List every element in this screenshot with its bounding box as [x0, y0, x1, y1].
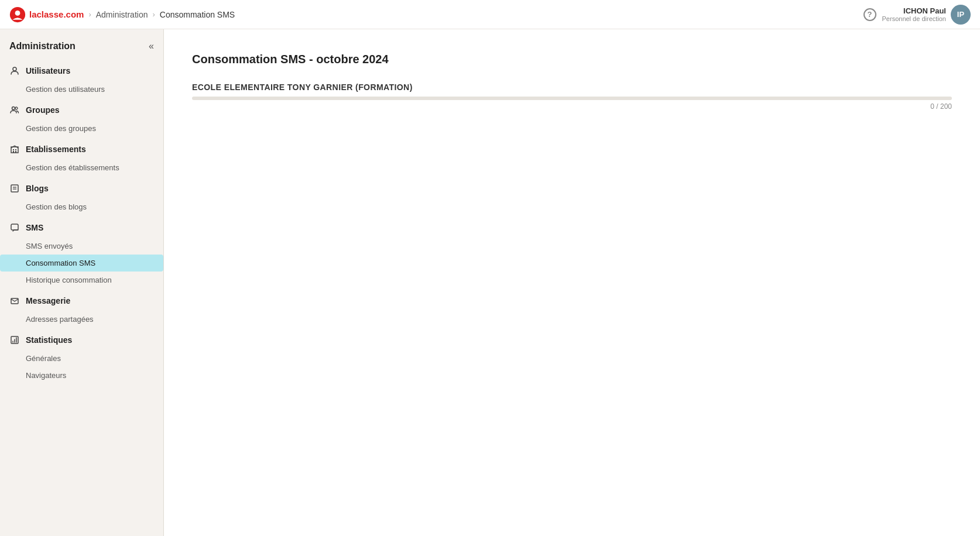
sidebar-section-sms: SMS SMS envoyés Consommation SMS Histori… [0, 218, 163, 288]
breadcrumb-sep-1: › [88, 10, 91, 19]
svg-rect-9 [15, 151, 16, 153]
sidebar-section-header-statistiques[interactable]: Statistiques [0, 330, 163, 350]
group-icon [9, 105, 20, 115]
topnav: laclasse.com › Administration › Consomma… [0, 0, 980, 29]
logo[interactable]: laclasse.com [9, 6, 84, 23]
sidebar-item-gestion-utilisateurs[interactable]: Gestion des utilisateurs [0, 81, 163, 98]
progress-bar-container [192, 97, 952, 100]
sms-label: SMS [26, 223, 43, 232]
sidebar-item-navigateurs[interactable]: Navigateurs [0, 367, 163, 384]
page-title: Consommation SMS - octobre 2024 [192, 53, 952, 66]
sidebar-section-header-groupes[interactable]: Groupes [0, 100, 163, 120]
breadcrumb-administration[interactable]: Administration [96, 10, 148, 19]
sidebar-title: Administration [9, 41, 76, 51]
sidebar-section-blogs: Blogs Gestion des blogs [0, 178, 163, 215]
sidebar-item-sms-envoyes[interactable]: SMS envoyés [0, 238, 163, 255]
sidebar-header: Administration « [0, 34, 163, 61]
sidebar-section-header-sms[interactable]: SMS [0, 218, 163, 238]
building-icon [9, 144, 20, 154]
sidebar-item-consommation-sms[interactable]: Consommation SMS [0, 255, 163, 272]
blogs-label: Blogs [26, 184, 49, 193]
svg-point-1 [15, 11, 20, 16]
messagerie-label: Messagerie [26, 296, 70, 305]
utilisateurs-label: Utilisateurs [26, 66, 70, 75]
topnav-left: laclasse.com › Administration › Consomma… [9, 6, 235, 23]
sidebar-section-header-etablissements[interactable]: Etablissements [0, 139, 163, 159]
mail-icon [9, 296, 20, 306]
blog-icon [9, 183, 20, 194]
user-menu[interactable]: ICHON Paul Personnel de direction IP [882, 5, 971, 25]
breadcrumb-current: Consommation SMS [160, 10, 235, 19]
sidebar-item-gestion-blogs[interactable]: Gestion des blogs [0, 198, 163, 215]
stats-icon [9, 335, 20, 345]
app-body: Administration « Utilisateurs Gestion de… [0, 29, 980, 536]
statistiques-label: Statistiques [26, 335, 72, 345]
svg-rect-8 [13, 151, 14, 153]
progress-label: 0 / 200 [192, 102, 952, 111]
logo-text: laclasse.com [29, 9, 84, 19]
sidebar-collapse-button[interactable]: « [149, 41, 154, 51]
svg-point-4 [15, 107, 18, 109]
svg-rect-13 [11, 224, 18, 230]
svg-rect-7 [15, 149, 16, 150]
topnav-right: ? ICHON Paul Personnel de direction IP [864, 5, 971, 25]
sms-icon [9, 222, 20, 233]
sidebar-section-etablissements: Etablissements Gestion des établissement… [0, 139, 163, 176]
main-content: Consommation SMS - octobre 2024 ECOLE EL… [164, 29, 980, 536]
avatar: IP [951, 5, 971, 25]
sidebar-item-adresses-partagees[interactable]: Adresses partagées [0, 311, 163, 328]
help-button[interactable]: ? [864, 8, 876, 21]
school-name: ECOLE ELEMENTAIRE TONY GARNIER (FORMATIO… [192, 83, 952, 92]
user-role: Personnel de direction [882, 15, 946, 22]
breadcrumb-sep-2: › [152, 10, 155, 19]
sidebar: Administration « Utilisateurs Gestion de… [0, 29, 164, 536]
groupes-label: Groupes [26, 105, 60, 115]
sidebar-section-statistiques: Statistiques Générales Navigateurs [0, 330, 163, 384]
sidebar-item-gestion-etablissements[interactable]: Gestion des établissements [0, 159, 163, 176]
svg-rect-6 [13, 149, 14, 150]
school-section: ECOLE ELEMENTAIRE TONY GARNIER (FORMATIO… [192, 83, 952, 111]
sidebar-item-generales[interactable]: Générales [0, 350, 163, 367]
sidebar-item-gestion-groupes[interactable]: Gestion des groupes [0, 120, 163, 137]
sidebar-section-header-utilisateurs[interactable]: Utilisateurs [0, 61, 163, 81]
svg-point-3 [12, 107, 15, 110]
sidebar-section-messagerie: Messagerie Adresses partagées [0, 291, 163, 328]
sidebar-section-header-messagerie[interactable]: Messagerie [0, 291, 163, 311]
svg-point-2 [13, 67, 16, 71]
sidebar-section-header-blogs[interactable]: Blogs [0, 178, 163, 198]
user-text: ICHON Paul Personnel de direction [882, 6, 946, 22]
sidebar-section-utilisateurs: Utilisateurs Gestion des utilisateurs [0, 61, 163, 98]
user-name: ICHON Paul [882, 6, 946, 15]
sidebar-item-historique-consommation[interactable]: Historique consommation [0, 272, 163, 288]
person-icon [9, 66, 20, 76]
etablissements-label: Etablissements [26, 145, 86, 154]
svg-rect-10 [11, 185, 18, 192]
sidebar-section-groupes: Groupes Gestion des groupes [0, 100, 163, 137]
